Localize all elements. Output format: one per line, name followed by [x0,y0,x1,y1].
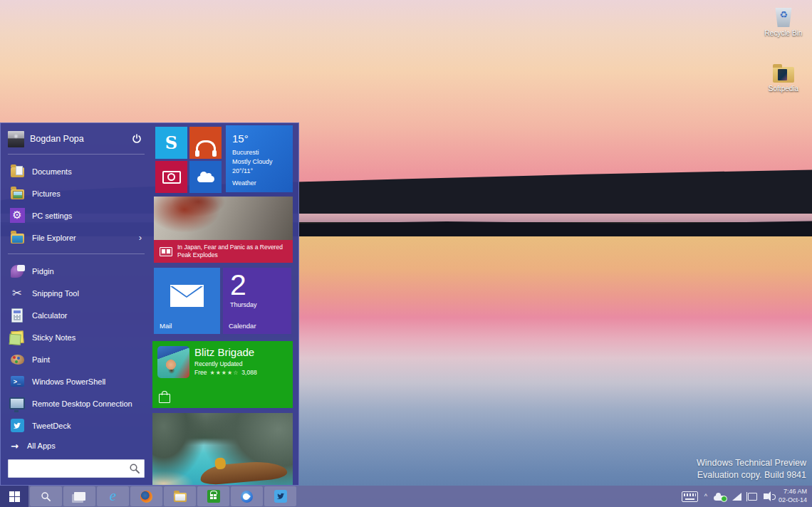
pictures-folder-icon [9,186,25,202]
onedrive-cloud-icon [197,176,214,182]
search-icon [129,463,140,474]
desktop-icon-label: Softpedia [756,85,811,93]
taskbar-thunderbird[interactable] [231,486,263,506]
twitter-bird-icon [274,490,287,503]
start-item-powershell[interactable]: >_ Windows PowerShell [8,370,145,392]
network-signal-icon[interactable] [732,493,741,501]
photo-boat [199,459,288,486]
folder-icon [773,67,794,83]
windows-logo-icon [9,491,20,502]
taskbar-internet-explorer[interactable]: e [97,486,129,506]
weather-condition: Mostly Cloudy [232,157,286,167]
desktop-icon-softpedia[interactable]: Softpedia [756,67,811,93]
weather-high-low: 20°/11° [232,167,286,176]
game-rating-row: Free ★★★★☆ 3,088 [194,369,288,376]
news-caption-bar: In Japan, Fear and Panic as a Revered Pe… [154,240,293,263]
tile-onedrive[interactable] [189,161,222,193]
start-item-paint[interactable]: Paint [8,348,145,370]
star-rating-icon: ★★★★☆ [209,370,239,376]
taskbar-firefox[interactable] [130,486,162,506]
taskbar-search-button[interactable] [30,486,62,506]
tile-store-blitz-brigade[interactable]: Blitz Brigade Recently Updated Free ★★★★… [152,341,293,408]
action-center-flag-icon[interactable] [748,493,757,501]
start-item-file-explorer[interactable]: File Explorer › [8,226,145,249]
gear-icon: ⚙ [9,208,25,224]
start-item-calculator[interactable]: Calculator [8,304,145,326]
task-view-icon [74,492,85,501]
tile-photos[interactable] [152,413,293,486]
taskbar-store[interactable] [197,486,229,506]
file-explorer-icon [174,493,187,502]
internet-explorer-icon: e [110,488,116,503]
search-input[interactable] [8,459,145,478]
weather-temperature: 15° [232,131,286,147]
game-price: Free [194,369,207,376]
touch-keyboard-icon[interactable] [682,491,698,502]
tile-skype[interactable]: S [155,127,187,159]
recycle-bin-icon: ♻ [774,6,793,27]
store-icon [207,490,220,503]
watermark-line2: Evaluation copy. Build 9841 [697,469,806,481]
taskbar: e ^ 7:46 AM 02-Oct-14 [0,486,812,507]
clock-date: 02-Oct-14 [779,496,807,505]
game-rating-count: 3,088 [241,369,256,376]
power-button[interactable] [129,131,145,147]
game-title: Blitz Brigade [194,346,288,359]
system-tray: ^ 7:46 AM 02-Oct-14 [682,488,812,504]
start-item-sticky-notes[interactable]: Sticky Notes [8,326,145,348]
start-item-tweetdeck[interactable]: TweetDeck [8,414,145,437]
windows-desktop: ♻ Recycle Bin Softpedia Windows Technica… [0,0,812,507]
start-item-pc-settings[interactable]: ⚙ PC settings [8,204,145,226]
start-item-documents[interactable]: Documents [8,160,145,182]
taskbar-twitter[interactable] [264,486,296,506]
power-icon [132,134,142,144]
tile-calendar[interactable]: 2 Thursday Calendar [223,268,291,334]
documents-folder-icon [9,164,25,179]
user-name: Bogdan Popa [30,134,84,144]
store-bag-icon [159,394,170,403]
show-hidden-icons-caret[interactable]: ^ [704,493,707,500]
all-apps-button[interactable]: → All Apps [8,437,145,455]
start-button[interactable] [0,486,28,507]
desktop-icon-recycle-bin[interactable]: ♻ Recycle Bin [756,6,811,37]
user-account-button[interactable]: Bogdan Popa [8,129,145,149]
tray-clock[interactable]: 7:46 AM 02-Oct-14 [779,488,807,504]
start-menu-left-column: Bogdan Popa Documents Pictures ⚙ P [1,123,152,485]
tile-news[interactable]: In Japan, Fear and Panic as a Revered Pe… [154,197,293,263]
paint-palette-icon [9,352,25,367]
start-menu-tiles: S 15° Bucuresti Mostly Cloudy 20°/11° We… [152,123,295,485]
recycle-symbol-icon: ♻ [774,10,793,19]
tile-camera[interactable] [155,161,187,193]
start-item-pictures[interactable]: Pictures [8,182,145,204]
sticky-notes-icon [9,330,25,345]
desktop-icon-label: Recycle Bin [756,29,811,37]
clock-time: 7:46 AM [779,488,807,496]
search-icon [41,491,51,502]
headphones-icon [196,140,216,152]
calculator-icon [9,308,25,323]
taskbar-task-view-button[interactable] [63,486,95,506]
chevron-right-icon: › [139,232,145,243]
tile-app-label: Mail [160,322,172,330]
envelope-icon [170,285,204,307]
monitor-icon [9,396,25,412]
weather-city: Bucuresti [232,148,286,157]
tweetdeck-bird-icon [9,418,25,434]
tile-weather[interactable]: 15° Bucuresti Mostly Cloudy 20°/11° Weat… [226,125,293,192]
user-avatar [8,131,24,147]
volume-speaker-icon[interactable] [764,493,768,499]
newspaper-icon [160,247,172,256]
arrow-right-icon: → [11,441,19,451]
skype-icon: S [165,132,177,153]
start-item-pidgin[interactable]: Pidgin [8,260,145,282]
tile-mail[interactable]: Mail [154,268,220,334]
calendar-weekday: Thursday [230,301,284,308]
tile-music[interactable] [189,127,222,159]
taskbar-file-explorer[interactable] [164,486,196,506]
start-item-snipping-tool[interactable]: ✂ Snipping Tool [8,282,145,304]
game-status: Recently Updated [194,360,288,367]
divider [8,254,145,254]
start-item-remote-desktop[interactable]: Remote Desktop Connection [8,392,145,414]
folder-icon [9,230,25,246]
onedrive-tray-icon[interactable] [714,496,726,501]
